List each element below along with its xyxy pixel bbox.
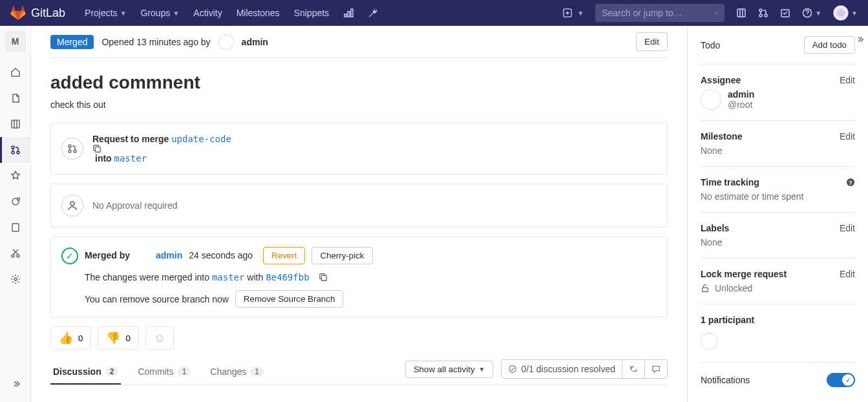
notifications-toggle[interactable]: ✓ [827, 373, 855, 387]
jump-icon [629, 365, 638, 374]
sidebar-repository-icon[interactable] [0, 85, 31, 111]
lock-value: Unlocked [715, 283, 752, 293]
tab-changes[interactable]: Changes1 [207, 359, 266, 385]
revert-button[interactable]: Revert [263, 247, 305, 264]
chevron-down-icon: ▼ [173, 10, 179, 17]
sidebar-merge-requests-icon[interactable] [0, 137, 31, 163]
participant-avatar-icon[interactable] [701, 333, 717, 350]
nav-projects[interactable]: Projects▼ [78, 3, 132, 23]
merger-avatar-icon [136, 249, 149, 262]
nav-right-icons: ▼ ▼ [736, 5, 858, 21]
thumbs-down-icon: 👎 [106, 331, 120, 345]
jump-discussion-button[interactable] [622, 360, 644, 378]
nav-wrench-icon[interactable] [361, 3, 385, 23]
svg-point-19 [17, 255, 19, 257]
brand[interactable]: GitLab [10, 5, 65, 21]
add-emoji-button[interactable]: ☺ [145, 326, 174, 350]
left-sidebar: M [0, 26, 31, 402]
svg-rect-1 [348, 12, 350, 17]
sidebar-ci-icon[interactable] [0, 163, 31, 189]
user-menu[interactable]: ▼ [833, 5, 858, 21]
question-circle-icon [802, 8, 812, 18]
target-branch-link[interactable]: master [114, 153, 147, 164]
tab-commits[interactable]: Commits1 [135, 359, 193, 385]
chevron-down-icon: ▼ [479, 366, 485, 373]
labels-edit-link[interactable]: Edit [840, 223, 855, 233]
nav-groups[interactable]: Groups▼ [134, 3, 186, 23]
sidebar-operations-icon[interactable] [0, 189, 31, 215]
svg-rect-11 [12, 120, 19, 128]
nav-ops-icon[interactable] [337, 3, 360, 23]
svg-point-12 [12, 146, 14, 149]
new-discussion-issue-button[interactable] [644, 360, 667, 378]
activity-filter-dropdown[interactable]: Show all activity▼ [405, 361, 494, 378]
chevron-down-icon: ▼ [815, 10, 821, 17]
svg-rect-30 [703, 288, 708, 291]
sidebar-collapse-icon[interactable] [0, 371, 31, 397]
svg-rect-17 [12, 224, 19, 231]
svg-point-6 [759, 9, 762, 12]
project-badge[interactable]: M [5, 31, 26, 52]
tab-changes-count: 1 [250, 367, 264, 376]
merge-requests-icon[interactable] [758, 8, 768, 18]
lock-edit-link[interactable]: Edit [840, 269, 855, 279]
mr-tabs: Discussion2 Commits1 Changes1 Show all a… [50, 359, 668, 385]
edit-button[interactable]: Edit [636, 32, 668, 51]
assignee-label: Assignee [701, 75, 741, 85]
thumbs-up-button[interactable]: 👍0 [50, 326, 91, 350]
svg-text:?: ? [849, 180, 852, 186]
add-todo-button[interactable]: Add todo [804, 36, 855, 54]
svg-point-25 [70, 202, 74, 206]
resolved-text: 0/1 discussion resolved [521, 364, 615, 374]
sidebar-milestone: MilestoneEdit None [701, 121, 855, 167]
nav-links: Projects▼ Groups▼ Activity Milestones Sn… [78, 3, 385, 23]
nav-milestones-label: Milestones [237, 8, 280, 18]
merger-link[interactable]: admin [156, 250, 182, 260]
tab-discussion[interactable]: Discussion2 [50, 359, 121, 385]
comment-icon [651, 365, 661, 374]
user-avatar-icon [833, 5, 849, 21]
commit-sha-link[interactable]: 8e469fbb [266, 272, 309, 282]
help-menu[interactable]: ▼ [802, 8, 821, 18]
milestone-edit-link[interactable]: Edit [840, 131, 855, 142]
thumbs-down-button[interactable]: 👎0 [98, 326, 138, 350]
assignee-edit-link[interactable]: Edit [840, 75, 855, 85]
merged-target-link[interactable]: master [212, 272, 245, 282]
todos-icon[interactable] [780, 8, 790, 18]
tab-commits-count: 1 [178, 367, 191, 376]
assignee-name[interactable]: admin [728, 89, 754, 100]
sidebar-snippets-icon[interactable] [0, 240, 31, 266]
merged-into-line: The changes were merged into master with… [85, 272, 657, 282]
svg-point-14 [17, 151, 19, 154]
svg-point-7 [759, 14, 762, 17]
search-icon [715, 8, 718, 18]
sidebar-wiki-icon[interactable] [0, 215, 31, 240]
svg-point-18 [12, 255, 14, 257]
nav-snippets[interactable]: Snippets [288, 3, 335, 23]
svg-point-8 [765, 14, 767, 17]
author-link[interactable]: admin [242, 37, 268, 47]
remove-source-branch-button[interactable]: Remove Source Branch [235, 290, 344, 308]
search-input[interactable] [602, 8, 715, 18]
approval-box: No Approval required [50, 184, 668, 227]
source-branch-link[interactable]: update-code [171, 134, 231, 144]
svg-rect-24 [95, 147, 100, 152]
copy-sha-icon[interactable] [316, 273, 330, 282]
tab-commits-label: Commits [138, 366, 173, 377]
remove-hint: You can remove source branch now [85, 294, 229, 304]
nav-activity[interactable]: Activity [187, 3, 228, 23]
timetracking-value: No estimate or time spent [701, 191, 855, 202]
svg-point-20 [14, 278, 17, 280]
sidebar-settings-icon[interactable] [0, 266, 31, 292]
timetracking-help-icon[interactable]: ? [846, 178, 855, 187]
nav-milestones[interactable]: Milestones [230, 3, 286, 23]
cherry-pick-button[interactable]: Cherry-pick [312, 247, 372, 264]
mr-description: check this out [50, 100, 668, 110]
sidebar-overview-icon[interactable] [0, 59, 31, 85]
issues-icon[interactable] [736, 8, 746, 18]
activity-filter-label: Show all activity [414, 365, 475, 374]
plus-menu[interactable]: ▼ [556, 3, 590, 23]
collapse-sidebar-icon[interactable] [855, 35, 864, 44]
sidebar-issues-icon[interactable] [0, 111, 31, 137]
search-box[interactable] [595, 4, 725, 22]
